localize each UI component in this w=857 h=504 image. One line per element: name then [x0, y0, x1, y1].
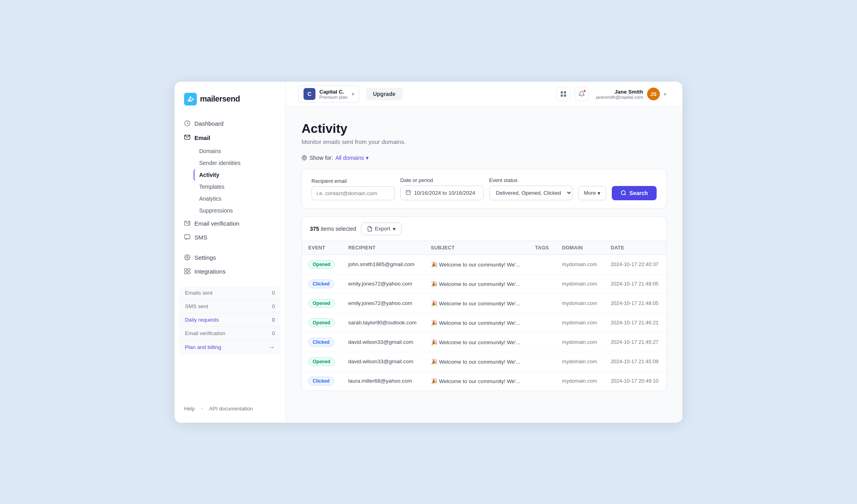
cell-date: 2024-10-17 22:40:37 — [604, 255, 666, 274]
logo-text: mailersend — [200, 94, 240, 103]
table-row[interactable]: Opened sarah.taylor90@outlook.com 🎉 Welc… — [302, 313, 666, 332]
sidebar-footer: Help • API documentation — [175, 401, 285, 416]
sidebar-item-domains[interactable]: Domains — [194, 145, 281, 157]
svg-rect-9 — [188, 268, 190, 270]
sidebar-item-sms[interactable]: SMS — [179, 230, 281, 244]
export-button[interactable]: Export ▾ — [361, 222, 402, 235]
event-filter-group: Event status Delivered, Opened, Clicked — [489, 177, 573, 200]
cell-tags — [528, 274, 555, 293]
sidebar-item-activity[interactable]: Activity — [194, 169, 281, 181]
metric-emails-sent[interactable]: Emails sent 0 — [179, 286, 281, 300]
event-select[interactable]: Delivered, Opened, Clicked — [489, 186, 573, 200]
sidebar-item-sender-identities[interactable]: Sender identities — [194, 157, 281, 169]
metric-email-verification[interactable]: Email verification 0 — [179, 327, 281, 340]
col-date: Date — [604, 241, 666, 255]
svg-rect-0 — [184, 93, 197, 105]
gear-icon — [184, 254, 190, 261]
sidebar-item-integrations[interactable]: Integrations — [179, 264, 281, 278]
date-value: 10/16/2024 to 10/16/2024 — [414, 190, 475, 196]
table-row[interactable]: Opened john.smith1985@gmail.com 🎉 Welcom… — [302, 255, 666, 274]
date-picker[interactable]: 10/16/2024 to 10/16/2024 — [400, 186, 484, 200]
event-badge: Clicked — [308, 377, 334, 385]
date-filter-group: Date or period 10/16/2024 to 10/16/2024 — [400, 177, 484, 200]
table-row[interactable]: Opened emily.jones72@yahoo.com 🎉 Welcome… — [302, 293, 666, 313]
help-link[interactable]: Help — [184, 406, 195, 412]
export-icon — [367, 226, 373, 232]
domain-chevron-icon: ▾ — [366, 155, 369, 161]
table-row[interactable]: Opened david.wilson33@gmail.com 🎉 Welcom… — [302, 352, 666, 371]
sidebar-item-analytics[interactable]: Analytics — [194, 193, 281, 205]
sidebar-settings-label: Settings — [194, 254, 216, 261]
cell-domain: mydomain.com — [556, 332, 605, 352]
sms-icon — [184, 234, 190, 240]
footer-dot: • — [201, 406, 203, 412]
sidebar-integrations-label: Integrations — [194, 268, 225, 275]
cell-subject: 🎉 Welcome to our community! We'... — [425, 371, 529, 391]
table-header-row: Event Recipient Subject Tags Domain Date — [302, 241, 666, 255]
user-menu[interactable]: Jane Smith janesmith@capital.com JS ▾ — [593, 86, 670, 102]
subject-cell: 🎉 Welcome to our community! We'... — [431, 261, 523, 268]
upgrade-button[interactable]: Upgrade — [366, 88, 403, 100]
org-switcher[interactable]: C Capital C. Premium plan ▾ — [298, 85, 359, 103]
api-docs-link[interactable]: API documentation — [209, 406, 253, 412]
app-container: mailersend Dashboard Email Domains Sende… — [175, 82, 682, 423]
sidebar-item-dashboard[interactable]: Dashboard — [179, 117, 281, 130]
svg-point-24 — [621, 191, 625, 195]
cell-event: Clicked — [302, 371, 342, 391]
page-content: Activity Monitor emails sent from your d… — [286, 107, 682, 423]
cell-recipient: david.wilson33@gmail.com — [342, 352, 425, 371]
svg-point-7 — [186, 257, 188, 258]
sidebar-item-email-verification[interactable]: Email verification — [179, 217, 281, 230]
sidebar-item-templates[interactable]: Templates — [194, 181, 281, 193]
cell-tags — [528, 313, 555, 332]
cell-domain: mydomain.com — [556, 255, 605, 274]
svg-rect-15 — [564, 94, 566, 96]
col-recipient: Recipient — [342, 241, 425, 255]
search-button[interactable]: Search — [612, 186, 657, 200]
cell-event: Clicked — [302, 274, 342, 293]
cell-event: Clicked — [302, 332, 342, 352]
subject-cell: 🎉 Welcome to our community! We'... — [431, 281, 523, 287]
cell-date: 2024-10-17 21:48:05 — [604, 293, 666, 313]
cell-domain: mydomain.com — [556, 274, 605, 293]
table-toolbar: 375 items selected Export ▾ — [302, 217, 666, 241]
metric-sms-sent[interactable]: SMS sent 0 — [179, 300, 281, 313]
email-icon — [184, 134, 190, 142]
topbar-actions: Jane Smith janesmith@capital.com JS ▾ — [556, 86, 670, 102]
export-chevron-icon: ▾ — [393, 226, 396, 232]
search-icon — [621, 190, 626, 196]
table-row[interactable]: Clicked emily.jones72@yahoo.com 🎉 Welcom… — [302, 274, 666, 293]
sidebar-item-email[interactable]: Email — [179, 130, 281, 145]
sidebar-email-verification-label: Email verification — [194, 220, 239, 227]
page-subtitle: Monitor emails sent from your domains. — [302, 138, 667, 145]
recipient-input[interactable] — [311, 186, 395, 200]
items-selected-badge: 375 items selected — [310, 226, 356, 232]
main-area: C Capital C. Premium plan ▾ Upgrade — [286, 82, 682, 423]
cell-event: Opened — [302, 255, 342, 274]
apps-button[interactable] — [556, 87, 571, 101]
sidebar-item-suppressions[interactable]: Suppressions — [194, 205, 281, 217]
metric-email-verification-value: 0 — [272, 330, 275, 336]
metric-plan-billing-arrow: → — [269, 344, 275, 351]
table-card: 375 items selected Export ▾ Event Recipi… — [302, 217, 667, 391]
metric-plan-billing[interactable]: Plan and billing → — [179, 340, 281, 355]
domain-filter[interactable]: Show for: All domains ▾ — [302, 155, 667, 161]
cell-date: 2024-10-17 21:46:21 — [604, 313, 666, 332]
svg-rect-12 — [561, 91, 563, 93]
metric-sms-sent-label: SMS sent — [185, 303, 208, 309]
sidebar-item-settings[interactable]: Settings — [179, 251, 281, 264]
table-row[interactable]: Clicked laura.miller68@yahoo.com 🎉 Welco… — [302, 371, 666, 391]
event-label: Event status — [489, 177, 573, 183]
more-button[interactable]: More ▾ — [578, 186, 607, 200]
svg-rect-20 — [406, 190, 411, 195]
domain-filter-value[interactable]: All domains ▾ — [335, 155, 368, 161]
cell-subject: 🎉 Welcome to our community! We'... — [425, 293, 529, 313]
cell-recipient: laura.miller68@yahoo.com — [342, 371, 425, 391]
event-badge: Opened — [308, 299, 335, 308]
date-label: Date or period — [400, 177, 484, 183]
metric-daily-requests[interactable]: Daily requests 0 — [179, 313, 281, 327]
activity-table: Event Recipient Subject Tags Domain Date… — [302, 241, 666, 391]
table-row[interactable]: Clicked david.wilson33@gmail.com 🎉 Welco… — [302, 332, 666, 352]
notifications-button[interactable] — [575, 87, 589, 101]
subject-cell: 🎉 Welcome to our community! We'... — [431, 300, 523, 307]
